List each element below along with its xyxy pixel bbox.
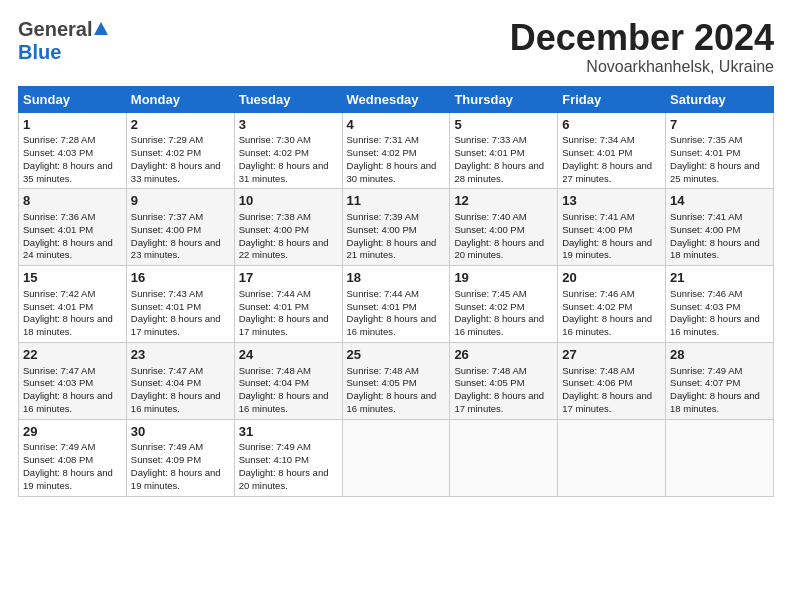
- table-row: 17Sunrise: 7:44 AMSunset: 4:01 PMDayligh…: [234, 266, 342, 343]
- table-row: 21Sunrise: 7:46 AMSunset: 4:03 PMDayligh…: [666, 266, 774, 343]
- table-row: 25Sunrise: 7:48 AMSunset: 4:05 PMDayligh…: [342, 342, 450, 419]
- daylight-label: Daylight: 8 hours and 16 minutes.: [670, 313, 760, 337]
- day-number: 30: [131, 423, 230, 441]
- sunrise-label: Sunrise: 7:47 AM: [131, 365, 203, 376]
- day-number: 10: [239, 192, 338, 210]
- day-number: 12: [454, 192, 553, 210]
- sunset-label: Sunset: 4:01 PM: [562, 147, 632, 158]
- sunrise-label: Sunrise: 7:48 AM: [562, 365, 634, 376]
- sunrise-label: Sunrise: 7:34 AM: [562, 134, 634, 145]
- sunrise-label: Sunrise: 7:39 AM: [347, 211, 419, 222]
- daylight-label: Daylight: 8 hours and 30 minutes.: [347, 160, 437, 184]
- table-row: 4Sunrise: 7:31 AMSunset: 4:02 PMDaylight…: [342, 112, 450, 189]
- sunrise-label: Sunrise: 7:43 AM: [131, 288, 203, 299]
- day-number: 31: [239, 423, 338, 441]
- daylight-label: Daylight: 8 hours and 18 minutes.: [23, 313, 113, 337]
- daylight-label: Daylight: 8 hours and 16 minutes.: [23, 390, 113, 414]
- sunrise-label: Sunrise: 7:35 AM: [670, 134, 742, 145]
- sunrise-label: Sunrise: 7:42 AM: [23, 288, 95, 299]
- calendar-week-row: 29Sunrise: 7:49 AMSunset: 4:08 PMDayligh…: [19, 419, 774, 496]
- table-row: 18Sunrise: 7:44 AMSunset: 4:01 PMDayligh…: [342, 266, 450, 343]
- sunrise-label: Sunrise: 7:40 AM: [454, 211, 526, 222]
- table-row: 22Sunrise: 7:47 AMSunset: 4:03 PMDayligh…: [19, 342, 127, 419]
- day-number: 4: [347, 116, 446, 134]
- table-row: [342, 419, 450, 496]
- logo: General Blue: [18, 18, 108, 64]
- sunset-label: Sunset: 4:01 PM: [23, 301, 93, 312]
- daylight-label: Daylight: 8 hours and 23 minutes.: [131, 237, 221, 261]
- sunset-label: Sunset: 4:04 PM: [131, 377, 201, 388]
- sunset-label: Sunset: 4:01 PM: [131, 301, 201, 312]
- day-number: 8: [23, 192, 122, 210]
- calendar-title: December 2024: [510, 18, 774, 58]
- daylight-label: Daylight: 8 hours and 16 minutes.: [239, 390, 329, 414]
- sunset-label: Sunset: 4:00 PM: [562, 224, 632, 235]
- sunrise-label: Sunrise: 7:36 AM: [23, 211, 95, 222]
- day-number: 24: [239, 346, 338, 364]
- sunrise-label: Sunrise: 7:49 AM: [23, 441, 95, 452]
- sunset-label: Sunset: 4:06 PM: [562, 377, 632, 388]
- logo-text-general: General: [18, 18, 92, 41]
- sunset-label: Sunset: 4:02 PM: [454, 301, 524, 312]
- sunrise-label: Sunrise: 7:44 AM: [239, 288, 311, 299]
- day-number: 13: [562, 192, 661, 210]
- daylight-label: Daylight: 8 hours and 17 minutes.: [562, 390, 652, 414]
- daylight-label: Daylight: 8 hours and 21 minutes.: [347, 237, 437, 261]
- col-wednesday: Wednesday: [342, 86, 450, 112]
- day-number: 17: [239, 269, 338, 287]
- day-number: 7: [670, 116, 769, 134]
- sunset-label: Sunset: 4:00 PM: [239, 224, 309, 235]
- sunrise-label: Sunrise: 7:48 AM: [239, 365, 311, 376]
- calendar-header-row: Sunday Monday Tuesday Wednesday Thursday…: [19, 86, 774, 112]
- day-number: 9: [131, 192, 230, 210]
- day-number: 1: [23, 116, 122, 134]
- day-number: 19: [454, 269, 553, 287]
- sunrise-label: Sunrise: 7:30 AM: [239, 134, 311, 145]
- sunset-label: Sunset: 4:09 PM: [131, 454, 201, 465]
- sunrise-label: Sunrise: 7:38 AM: [239, 211, 311, 222]
- sunset-label: Sunset: 4:01 PM: [347, 301, 417, 312]
- daylight-label: Daylight: 8 hours and 24 minutes.: [23, 237, 113, 261]
- sunset-label: Sunset: 4:02 PM: [239, 147, 309, 158]
- col-saturday: Saturday: [666, 86, 774, 112]
- sunrise-label: Sunrise: 7:31 AM: [347, 134, 419, 145]
- daylight-label: Daylight: 8 hours and 19 minutes.: [562, 237, 652, 261]
- daylight-label: Daylight: 8 hours and 16 minutes.: [347, 313, 437, 337]
- sunrise-label: Sunrise: 7:48 AM: [347, 365, 419, 376]
- sunset-label: Sunset: 4:05 PM: [454, 377, 524, 388]
- table-row: 19Sunrise: 7:45 AMSunset: 4:02 PMDayligh…: [450, 266, 558, 343]
- day-number: 14: [670, 192, 769, 210]
- table-row: 29Sunrise: 7:49 AMSunset: 4:08 PMDayligh…: [19, 419, 127, 496]
- sunset-label: Sunset: 4:04 PM: [239, 377, 309, 388]
- table-row: 30Sunrise: 7:49 AMSunset: 4:09 PMDayligh…: [126, 419, 234, 496]
- sunrise-label: Sunrise: 7:49 AM: [239, 441, 311, 452]
- table-row: 1Sunrise: 7:28 AMSunset: 4:03 PMDaylight…: [19, 112, 127, 189]
- sunrise-label: Sunrise: 7:41 AM: [562, 211, 634, 222]
- calendar-week-row: 8Sunrise: 7:36 AMSunset: 4:01 PMDaylight…: [19, 189, 774, 266]
- day-number: 23: [131, 346, 230, 364]
- daylight-label: Daylight: 8 hours and 31 minutes.: [239, 160, 329, 184]
- day-number: 29: [23, 423, 122, 441]
- daylight-label: Daylight: 8 hours and 17 minutes.: [239, 313, 329, 337]
- daylight-label: Daylight: 8 hours and 27 minutes.: [562, 160, 652, 184]
- sunset-label: Sunset: 4:00 PM: [347, 224, 417, 235]
- title-area: December 2024 Novoarkhanhelsk, Ukraine: [510, 18, 774, 76]
- table-row: 26Sunrise: 7:48 AMSunset: 4:05 PMDayligh…: [450, 342, 558, 419]
- sunrise-label: Sunrise: 7:46 AM: [670, 288, 742, 299]
- sunrise-label: Sunrise: 7:48 AM: [454, 365, 526, 376]
- col-monday: Monday: [126, 86, 234, 112]
- table-row: [450, 419, 558, 496]
- col-sunday: Sunday: [19, 86, 127, 112]
- sunset-label: Sunset: 4:03 PM: [23, 147, 93, 158]
- sunset-label: Sunset: 4:03 PM: [670, 301, 740, 312]
- table-row: 12Sunrise: 7:40 AMSunset: 4:00 PMDayligh…: [450, 189, 558, 266]
- calendar-week-row: 15Sunrise: 7:42 AMSunset: 4:01 PMDayligh…: [19, 266, 774, 343]
- sunset-label: Sunset: 4:00 PM: [131, 224, 201, 235]
- sunrise-label: Sunrise: 7:47 AM: [23, 365, 95, 376]
- sunrise-label: Sunrise: 7:49 AM: [131, 441, 203, 452]
- daylight-label: Daylight: 8 hours and 33 minutes.: [131, 160, 221, 184]
- col-tuesday: Tuesday: [234, 86, 342, 112]
- daylight-label: Daylight: 8 hours and 17 minutes.: [454, 390, 544, 414]
- day-number: 27: [562, 346, 661, 364]
- sunset-label: Sunset: 4:00 PM: [454, 224, 524, 235]
